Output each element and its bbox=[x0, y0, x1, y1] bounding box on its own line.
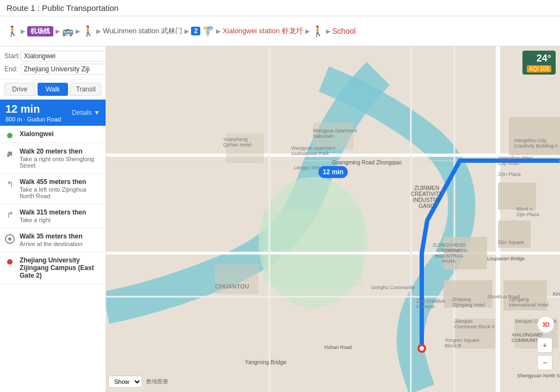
station-2: Xialongwei station 虾龙圩 bbox=[223, 26, 303, 36]
walk-icon-3: 🚶 bbox=[312, 25, 324, 37]
svg-point-2 bbox=[8, 237, 11, 241]
bridge-label-loujiawan: Loujiawan Bridge bbox=[487, 256, 525, 261]
map-credit: 数地图册 bbox=[146, 378, 168, 385]
summary-time: 12 min bbox=[5, 103, 61, 115]
step-4-desc: Arrive at the destination bbox=[20, 241, 100, 247]
area-label-chuantou: CHUANTOU bbox=[215, 283, 249, 290]
step-1-desc: Take a right onto Shenglong Street bbox=[20, 156, 100, 169]
route-bar: 🚶 ▶ 机场线 ▶ 🚌 ▶ 🚶 ▶ WuLinmen station 武林门 ▶… bbox=[0, 16, 560, 46]
steps-list: Xialongwei ↱ Walk 20 meters then Take a … bbox=[0, 126, 106, 392]
square-label-zijin: Zijin Square bbox=[498, 240, 524, 245]
origin-dot bbox=[7, 133, 13, 138]
svg-rect-23 bbox=[509, 117, 560, 155]
map-bottom-bar: Show 数地图册 bbox=[108, 376, 168, 388]
drive-button[interactable]: Drive bbox=[4, 83, 35, 96]
walk-button[interactable]: Walk bbox=[38, 83, 69, 96]
svg-rect-5 bbox=[264, 210, 362, 286]
step-3: ↱ Walk 315 meters then Take a right bbox=[0, 204, 106, 228]
start-input[interactable] bbox=[21, 51, 106, 62]
map-controls: 3D + − bbox=[537, 316, 555, 370]
walk-icon-2: 🚶 bbox=[82, 25, 94, 37]
svg-rect-19 bbox=[498, 182, 536, 210]
step-2-desc: Take a left onto Zijinghua North Road bbox=[20, 186, 100, 199]
bus-number-badge: 2 bbox=[191, 27, 200, 35]
end-label: End: bbox=[4, 65, 21, 73]
step-1: ↱ Walk 20 meters then Take a right onto … bbox=[0, 143, 106, 174]
road-label-yishan: Yishan Road bbox=[324, 345, 352, 350]
step-4-title: Walk 35 meters then bbox=[20, 232, 100, 240]
summary-distance: 800 m · Gudun Road bbox=[5, 116, 61, 122]
road-label-guangming: Guangming Road Zhongqiao bbox=[332, 160, 402, 166]
time-badge: 12 min bbox=[318, 166, 348, 178]
road-label-shengyuan: Shengyuan North Street bbox=[517, 373, 560, 378]
show-select[interactable]: Show bbox=[108, 376, 142, 388]
arrow-8: ▶ bbox=[326, 28, 330, 35]
arrow-6: ▶ bbox=[216, 28, 220, 35]
label-block-a: Block A,Zijin Plaza bbox=[516, 206, 539, 217]
arrow-4: ▶ bbox=[96, 28, 101, 35]
start-label: Start: bbox=[4, 52, 21, 60]
step-destination: Zhejiang University Zijingang Campus (Ea… bbox=[0, 252, 106, 284]
hotel-label-yuanzheng: YuanzhengQizhen Hotel bbox=[223, 137, 251, 148]
arrow-1: ▶ bbox=[21, 28, 25, 35]
step-2: ↰ Walk 455 meters then Take a left onto … bbox=[0, 174, 106, 204]
3d-button[interactable]: 3D bbox=[537, 316, 555, 333]
zoom-out-button[interactable]: − bbox=[537, 355, 552, 370]
svg-text:↱: ↱ bbox=[6, 150, 13, 158]
search-area: Start: ✕ ⇅ End: ℹ bbox=[0, 46, 106, 79]
sidebar: Start: ✕ ⇅ End: ℹ Drive Walk Transit 12 … bbox=[0, 46, 106, 392]
weather-temp: 24° bbox=[527, 53, 551, 64]
main-container: Start: ✕ ⇅ End: ℹ Drive Walk Transit 12 … bbox=[0, 46, 560, 392]
step-5-title: Zhejiang University Zijingang Campus (Ea… bbox=[20, 256, 100, 279]
destination-label: School bbox=[333, 27, 356, 35]
turn-left-icon: ↰ bbox=[4, 179, 15, 189]
step-3-desc: Take a right bbox=[20, 217, 100, 223]
hotel-label-zhejiang: ZhejiangZijingang Hotel bbox=[452, 297, 485, 308]
step-3-title: Walk 315 meters then bbox=[20, 209, 100, 216]
bridge-label-yangming: Yangming Bridge bbox=[245, 359, 286, 365]
arrow-7: ▶ bbox=[305, 28, 310, 35]
details-link[interactable]: Details ▼ bbox=[72, 109, 100, 117]
turn-right-icon-2: ↱ bbox=[4, 210, 15, 220]
step-0-title: Xialongwei bbox=[20, 130, 100, 138]
arrow-3: ▶ bbox=[76, 28, 80, 35]
label-jianqiao: JianqiaoCommune Block A bbox=[454, 318, 495, 329]
step-1-title: Walk 20 meters then bbox=[20, 148, 100, 155]
station-1: WuLinmen station 武林门 bbox=[103, 26, 182, 36]
label-gonghu: Gonghu Community bbox=[371, 285, 415, 290]
end-input[interactable] bbox=[21, 64, 106, 75]
metro-badge: 机场线 bbox=[27, 26, 53, 36]
bus-stop-icon: 🚏 bbox=[202, 26, 214, 37]
label-zijin-creative: Zijin CreativeMansion bbox=[416, 298, 445, 309]
district-label-zijinmen: ZIJINMENCREATIVITYINDUSTRYGANG bbox=[411, 185, 442, 209]
walk-icon-1: 🚶 bbox=[7, 25, 19, 37]
arrive-icon bbox=[4, 234, 15, 244]
road-label-shenhua: Shenhua Road bbox=[487, 294, 520, 299]
page-title: Route 1 : Public Transportation bbox=[7, 3, 119, 13]
arrow-5: ▶ bbox=[184, 28, 189, 35]
header: Route 1 : Public Transportation bbox=[0, 0, 560, 16]
park-label: Wangyue ApartmentGuihuayuan Park bbox=[291, 145, 335, 156]
community-label-xialongweicun: XIALONGWEICUN bbox=[552, 291, 560, 297]
map-area[interactable]: 12 min 24° AQI 108 Yangming Bridge Louji… bbox=[106, 46, 560, 392]
hotel-label-hangzhou-west: Hangzhou WestCity Hotel bbox=[498, 155, 533, 166]
svg-point-15 bbox=[420, 346, 424, 351]
step-2-title: Walk 455 meters then bbox=[20, 178, 100, 186]
transit-button[interactable]: Transit bbox=[70, 83, 101, 96]
zoom-in-button[interactable]: + bbox=[537, 338, 552, 353]
apt-label-wangyue: Wangyue ApartmentSakuraen bbox=[313, 128, 357, 139]
arrow-2: ▶ bbox=[56, 28, 60, 35]
district-label-zijingcheng: ZIJINGCHENGCREATIVEINDUSTRIALPARK bbox=[433, 242, 466, 264]
step-4: Walk 35 meters then Arrive at the destin… bbox=[0, 228, 106, 252]
summary-bar: 12 min 800 m · Gudun Road Details ▼ bbox=[0, 100, 106, 126]
building-label-hangzhou-city: Hangzhou CityCreativity Building A bbox=[514, 138, 558, 149]
weather-badge: 24° AQI 108 bbox=[522, 51, 556, 75]
hotel-label-homeinn: Home Inn bbox=[446, 248, 467, 253]
plaza-label-zijin: Zijin Plaza bbox=[498, 171, 521, 177]
label-tongren: Tongren SquareBlock B bbox=[445, 338, 479, 348]
map-svg bbox=[106, 46, 560, 392]
step-origin: Xialongwei bbox=[0, 126, 106, 143]
mode-buttons: Drive Walk Transit bbox=[0, 79, 106, 100]
destination-dot bbox=[7, 259, 13, 265]
turn-right-icon-1: ↱ bbox=[4, 149, 15, 160]
